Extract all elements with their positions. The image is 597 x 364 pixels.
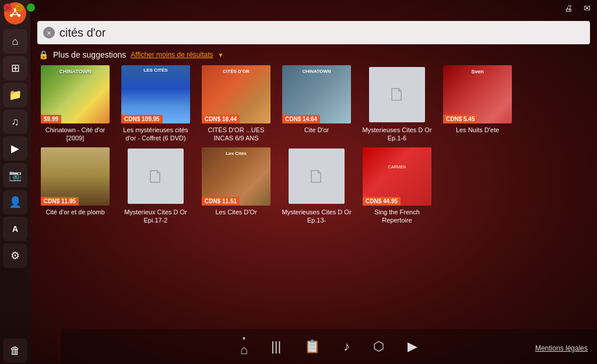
product-cover-les-cites-dor: CDN$ 11.51 (202, 147, 271, 206)
dropdown-arrow-icon[interactable]: ▼ (218, 52, 224, 58)
minimize-button[interactable]: − (15, 3, 23, 12)
window-controls: × − (3, 3, 35, 12)
nav-photos[interactable]: ⬡ (373, 339, 384, 354)
show-less-button[interactable]: Afficher moins de résultats (131, 51, 213, 59)
price-badge-plomb: CDN$ 11.95 (41, 197, 79, 206)
product-name-myst-or-ep1: Mysterieuses Cites D Or Ep.1-6 (362, 126, 432, 143)
product-cover-plomb: CDN$ 11.95 (41, 147, 110, 206)
price-badge-les-cites-dor: CDN$ 11.51 (202, 197, 240, 206)
product-name-plomb: Cité d'or et de plomb (45, 208, 104, 216)
product-name-cites-or-amerique: CITÉS D'OR ...UES INCAS 6/9 ANS (201, 126, 271, 143)
product-cite-dor[interactable]: CDN$ 14.64 Cite D'or (279, 65, 354, 143)
product-cover-myst-or-ep17 (121, 147, 190, 206)
product-name-les-cites-dor: Les Cites D'Or (215, 208, 257, 216)
product-name-myst-or-ep13: Mysterieuses Cites D Or Ep.13- (282, 208, 352, 225)
nav-files[interactable]: 📋 (304, 339, 320, 354)
sidebar-item-home[interactable]: ⌂ (3, 29, 27, 54)
price-badge-nuits-ete: CDN$ 5.45 (443, 115, 477, 123)
cover-image-myst-or-ep17 (128, 149, 184, 204)
product-cover-cite-dor: CDN$ 14.64 (282, 65, 351, 123)
suggestions-title: Plus de suggestions (53, 50, 126, 59)
product-cover-myst-or-ep13 (282, 147, 351, 206)
nav-home[interactable]: ⌂ (240, 336, 248, 358)
product-nuits-ete[interactable]: CDN$ 5.45 Les Nuits D'ete (440, 65, 515, 143)
product-cover-sing-french: CDN$ 44.95 (363, 147, 431, 206)
product-cover-myst-cites: CDN$ 109.95 (121, 65, 190, 123)
search-bar: × (37, 21, 590, 44)
product-sing-french[interactable]: CDN$ 44.95 Sing the French Repertoire (359, 147, 435, 225)
product-cover-nuits-ete: CDN$ 5.45 (443, 65, 512, 123)
nav-music[interactable]: ♪ (343, 339, 350, 354)
product-cover-myst-or-ep1 (363, 65, 431, 123)
nav-apps[interactable]: ||| (271, 339, 281, 354)
product-myst-or-ep17[interactable]: Mysterieux Cites D Or Epi.17-2 (118, 147, 194, 225)
product-name-sing-french: Sing the French Repertoire (362, 208, 432, 225)
price-badge-cite-dor: CDN$ 14.64 (282, 115, 320, 123)
product-name-myst-cites: Les mystérieuses cités d'or - Coffret (6… (121, 126, 191, 143)
product-plomb[interactable]: CDN$ 11.95 Cité d'or et de plomb (37, 147, 113, 225)
bottom-nav: ⌂ ||| 📋 ♪ ⬡ ▶ Mentions légales (61, 329, 597, 364)
products-row-2: CDN$ 11.95 Cité d'or et de plomb Mysteri… (37, 147, 590, 225)
sidebar-item-settings[interactable]: ⚙ (3, 243, 27, 268)
product-cites-or-amerique[interactable]: CDN$ 18.44 CITÉS D'OR ...UES INCAS 6/9 A… (198, 65, 274, 143)
product-les-cites-dor[interactable]: CDN$ 11.51 Les Cites D'Or (198, 147, 274, 225)
search-clear-button[interactable]: × (43, 27, 55, 38)
product-name-nuits-ete: Les Nuits D'ete (456, 126, 499, 134)
product-name-chinatown: Chinatown - Cité d'or [2009] (40, 126, 110, 143)
close-button[interactable]: × (3, 3, 12, 12)
sidebar-item-amazon[interactable]: A (3, 217, 27, 241)
sidebar-item-music[interactable]: ♫ (3, 109, 27, 134)
sidebar-item-trash[interactable]: 🗑 (3, 338, 27, 363)
product-myst-cites[interactable]: CDN$ 109.95 Les mystérieuses cités d'or … (118, 65, 194, 143)
sidebar-item-social[interactable]: 👤 (3, 190, 27, 214)
product-myst-or-ep13[interactable]: Mysterieuses Cites D Or Ep.13- (279, 147, 354, 225)
sidebar-item-files[interactable]: 📁 (3, 83, 27, 107)
products-row-1: $9.99 Chinatown - Cité d'or [2009] CDN$ … (37, 65, 590, 143)
main-content: × 🔒 Plus de suggestions Afficher moins d… (30, 0, 597, 364)
sidebar-item-apps[interactable]: ⊞ (3, 56, 27, 80)
maximize-button[interactable] (27, 3, 35, 12)
sidebar: ⌂ ⊞ 📁 ♫ ▶ 📷 👤 A ⚙ 🗑 (0, 0, 30, 364)
product-cover-cites-or-amerique: CDN$ 18.44 (202, 65, 271, 123)
suggestions-header: 🔒 Plus de suggestions Afficher moins de … (37, 50, 590, 59)
cover-image-myst-or-ep13 (289, 149, 345, 204)
product-name-myst-or-ep17: Mysterieux Cites D Or Epi.17-2 (121, 208, 191, 225)
product-myst-or-ep1[interactable]: Mysterieuses Cites D Or Ep.1-6 (359, 65, 435, 143)
nav-icons: ⌂ ||| 📋 ♪ ⬡ ▶ (240, 336, 417, 358)
search-input[interactable] (59, 26, 584, 40)
price-badge-cites-or-amerique: CDN$ 18.44 (202, 115, 240, 123)
sidebar-item-photos[interactable]: 📷 (3, 163, 27, 188)
price-badge-chinatown: $9.99 (41, 115, 61, 123)
legal-link[interactable]: Mentions légales (535, 344, 588, 352)
price-badge-myst-cites: CDN$ 109.95 (121, 115, 163, 123)
product-chinatown[interactable]: $9.99 Chinatown - Cité d'or [2009] (37, 65, 113, 143)
cover-image-myst-or-ep1 (369, 67, 426, 122)
sidebar-item-video[interactable]: ▶ (3, 136, 27, 161)
product-name-cite-dor: Cite D'or (304, 126, 329, 134)
nav-video[interactable]: ▶ (408, 339, 417, 354)
product-cover-chinatown: $9.99 (41, 65, 110, 123)
price-badge-sing-french: CDN$ 44.95 (363, 197, 401, 206)
lock-icon: 🔒 (38, 50, 48, 59)
